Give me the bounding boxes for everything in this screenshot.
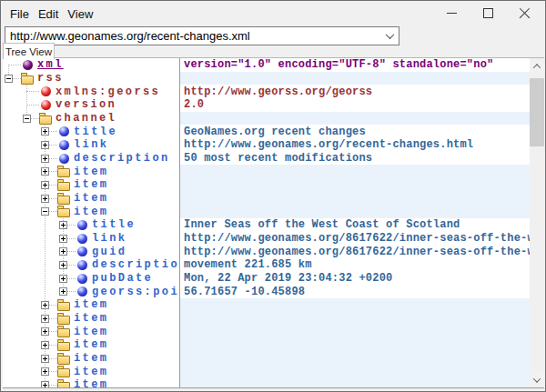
value-row[interactable]: 2.0 xyxy=(180,98,530,112)
expand-icon[interactable] xyxy=(41,315,49,323)
value-row[interactable]: http://www.geonames.org/8617622/inner-se… xyxy=(180,232,530,246)
scroll-up-button[interactable] xyxy=(530,58,544,74)
tree-node-channel[interactable]: channel xyxy=(3,112,179,126)
tree-node-georss:point[interactable]: georss:point xyxy=(3,285,179,298)
tree-node-pubDate[interactable]: pubDate xyxy=(3,272,179,286)
tree-node-label[interactable]: title xyxy=(92,218,136,231)
expand-icon[interactable] xyxy=(41,167,49,176)
tree-node-label[interactable]: item xyxy=(74,352,108,365)
dotted-connector xyxy=(13,78,21,79)
value-row[interactable]: http://www.georss.org/georss xyxy=(180,85,530,98)
expand-icon[interactable] xyxy=(41,127,49,136)
tree-node-label[interactable]: channel xyxy=(56,112,116,125)
tree-node-label[interactable]: link xyxy=(92,232,126,245)
tree-node-item[interactable]: item xyxy=(3,165,179,178)
tree-node-item[interactable]: item xyxy=(3,298,179,312)
expand-icon[interactable] xyxy=(41,141,49,149)
tree-node-label[interactable]: item xyxy=(74,326,108,338)
scrollbar-track[interactable] xyxy=(530,74,544,372)
value-row[interactable]: version="1.0" encoding="UTF-8" standalon… xyxy=(180,58,530,72)
collapse-icon[interactable] xyxy=(5,75,13,83)
tree-node-label[interactable]: xml xyxy=(37,58,64,71)
tree-node-xmlns:georss[interactable]: xmlns:georss xyxy=(3,85,179,98)
tree-node-title[interactable]: title xyxy=(3,125,179,138)
tree-node-rss[interactable]: rss xyxy=(3,72,179,85)
tree-node-label[interactable]: item xyxy=(74,312,108,325)
tree-node-item[interactable]: item xyxy=(3,205,179,218)
tree-node-item[interactable]: item xyxy=(3,365,179,378)
tree-node-label[interactable]: item xyxy=(74,206,108,218)
tree-node-guid[interactable]: guid xyxy=(3,245,179,258)
tree-node-item[interactable]: item xyxy=(3,178,179,192)
expand-icon[interactable] xyxy=(41,327,49,336)
tree-node-title[interactable]: title xyxy=(3,218,179,232)
expand-icon[interactable] xyxy=(59,247,67,256)
url-input[interactable] xyxy=(5,28,380,44)
expand-icon[interactable] xyxy=(59,275,67,283)
tree-node-label[interactable]: item xyxy=(74,298,108,311)
tree-node-description[interactable]: description xyxy=(3,152,179,166)
tree-node-label[interactable]: item xyxy=(74,366,108,378)
minimize-button[interactable] xyxy=(433,3,470,23)
tree-node-label[interactable]: item xyxy=(74,178,108,191)
url-dropdown-button[interactable] xyxy=(380,27,399,45)
expand-icon[interactable] xyxy=(41,367,49,376)
tree-node-version[interactable]: version xyxy=(3,98,179,112)
expand-icon[interactable] xyxy=(41,155,49,163)
tree-node-label[interactable]: description xyxy=(92,258,179,271)
expand-icon[interactable] xyxy=(41,341,49,349)
value-row[interactable]: 50 most recent modifications xyxy=(180,152,530,166)
maximize-button[interactable] xyxy=(470,3,506,23)
value-row[interactable]: 56.71657 -10.45898 xyxy=(180,285,530,298)
scroll-down-button[interactable] xyxy=(530,372,544,387)
menu-file[interactable]: File xyxy=(5,5,34,23)
tree-connector-cell xyxy=(39,325,57,338)
expand-icon[interactable] xyxy=(41,381,49,387)
tree-node-label[interactable]: item xyxy=(74,338,108,351)
tab-tree-view[interactable]: Tree View xyxy=(3,43,55,59)
tree-node-item[interactable]: item xyxy=(3,352,179,366)
tree-node-label[interactable]: rss xyxy=(37,72,64,85)
tree-node-item[interactable]: item xyxy=(3,192,179,206)
expand-icon[interactable] xyxy=(41,301,49,309)
collapse-icon[interactable] xyxy=(23,115,31,123)
tree-node-label[interactable]: item xyxy=(74,192,108,205)
expand-icon[interactable] xyxy=(59,235,67,243)
menu-view[interactable]: View xyxy=(63,5,97,23)
tree-node-xml[interactable]: xml xyxy=(3,58,179,72)
tree-node-label[interactable]: pubDate xyxy=(92,272,153,285)
tree-node-link[interactable]: link xyxy=(3,232,179,246)
value-row[interactable]: Mon, 22 Apr 2019 23:04:32 +0200 xyxy=(180,272,530,286)
tree-node-label[interactable]: item xyxy=(74,378,108,387)
tree-node-item[interactable]: item xyxy=(3,325,179,338)
tree-node-label[interactable]: title xyxy=(74,126,117,138)
value-row[interactable]: http://www.geonames.org/recent-changes.h… xyxy=(180,138,530,152)
tree-node-item[interactable]: item xyxy=(3,338,179,352)
value-row[interactable]: http://www.geonames.org/8617622/inner-se… xyxy=(180,245,530,258)
value-row[interactable]: GeoNames.org recent changes xyxy=(180,125,530,138)
menu-edit[interactable]: Edit xyxy=(34,5,63,23)
tree-node-item[interactable]: item xyxy=(3,312,179,326)
tree-node-description[interactable]: description xyxy=(3,258,179,272)
expand-icon[interactable] xyxy=(41,195,49,203)
tree-node-label[interactable]: version xyxy=(56,98,116,111)
expand-icon[interactable] xyxy=(59,287,67,296)
scrollbar-thumb[interactable] xyxy=(530,78,544,146)
tree-node-label[interactable]: link xyxy=(74,138,108,151)
tree-node-label[interactable]: guid xyxy=(92,246,126,258)
tree-node-label[interactable]: description xyxy=(74,152,170,165)
expand-icon[interactable] xyxy=(59,261,67,269)
tree-node-label[interactable]: georss:point xyxy=(92,286,179,298)
tree-node-label[interactable]: item xyxy=(74,166,108,178)
expand-icon[interactable] xyxy=(59,221,67,229)
tree-node-item[interactable]: item xyxy=(3,378,179,387)
tree-icon-cell xyxy=(76,246,88,257)
value-row[interactable]: movement 221.685 km xyxy=(180,258,530,272)
tree-node-link[interactable]: link xyxy=(3,138,179,152)
collapse-icon[interactable] xyxy=(41,207,49,216)
tree-node-label[interactable]: xmlns:georss xyxy=(56,85,160,98)
expand-icon[interactable] xyxy=(41,181,49,189)
close-button[interactable] xyxy=(506,3,542,23)
expand-icon[interactable] xyxy=(41,355,49,363)
value-row[interactable]: Inner Seas off the West Coast of Scotlan… xyxy=(180,218,530,232)
